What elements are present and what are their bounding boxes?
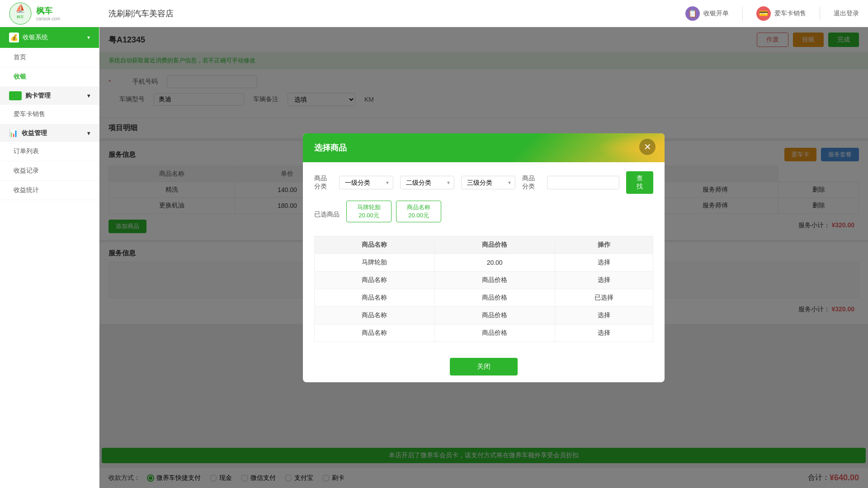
product-search-input[interactable] — [547, 176, 619, 189]
profit-section-icon: 📊 — [9, 129, 18, 137]
col-product-name: 商品名称 — [315, 236, 435, 253]
table-row: 商品名称 商品价格 选择 — [315, 271, 653, 289]
modal-close-button[interactable]: ✕ — [639, 139, 656, 155]
cashier-section-icon: 💰 — [9, 33, 19, 42]
sidebar-item-love-card[interactable]: 爱车卡销售 — [0, 105, 99, 124]
col-product-action: 操作 — [555, 236, 653, 253]
selected-items-list: 马牌轮胎 20.00元 商品名称 20.00元 — [346, 201, 441, 222]
table-row: 商品名称 商品价格 已选择 — [315, 289, 653, 306]
level2-select-wrapper: 二级分类 — [400, 176, 454, 189]
love-card-sale-nav[interactable]: 💳 爱车卡销售 — [756, 6, 806, 21]
product-price: 商品价格 — [434, 271, 555, 289]
modal-title: 选择商品 — [314, 142, 347, 153]
card-section-icon — [9, 91, 22, 100]
product-table-header: 商品名称 商品价格 操作 — [315, 236, 653, 253]
main-content: 粤A12345 作废 挂账 完成 系统自动获取最近消费的客户信息，若不正确可手动… — [99, 27, 868, 488]
close-modal-button[interactable]: 关闭 — [450, 358, 518, 375]
nav-divider — [742, 7, 743, 20]
main-layout: 💰 收银系统 ▾ 首页 收银 购卡管理 ▾ 爱车卡销售 📊 收益管理 ▾ 订单列… — [0, 27, 868, 488]
product-name: 商品名称 — [315, 289, 435, 306]
logo-sub: carisok.com — [36, 16, 60, 21]
product-action[interactable]: 选择 — [555, 253, 653, 271]
sidebar-cashier-label: 收银系统 — [23, 33, 48, 42]
product-name: 商品名称 — [315, 324, 435, 342]
product-price: 商品价格 — [434, 324, 555, 342]
product-action-selected: 已选择 — [555, 289, 653, 306]
sidebar-item-cashier[interactable]: 收银 — [0, 67, 99, 87]
cashier-open-nav[interactable]: 📋 收银开单 — [685, 6, 729, 21]
shop-name: 洗刷刷汽车美容店 — [108, 8, 685, 19]
logo-text: 枫车 — [36, 5, 60, 16]
product-table: 商品名称 商品价格 操作 马牌轮胎 20.00 选择 — [314, 236, 653, 342]
cashier-icon: 📋 — [685, 6, 700, 21]
top-header: ⛵ 枫车 枫车 carisok.com 洗刷刷汽车美容店 📋 收银开单 💳 爱车… — [0, 0, 868, 27]
modal-overlay: 选择商品 ✕ 商品分类 一级分类 — [99, 27, 868, 488]
level2-select[interactable]: 二级分类 — [400, 176, 454, 189]
selected-tag-price-1: 20.00元 — [402, 211, 435, 220]
selected-tag-name-1: 商品名称 — [402, 203, 435, 211]
sidebar-card-label: 购卡管理 — [25, 92, 51, 100]
svg-text:枫车: 枫车 — [17, 15, 24, 19]
card-chevron-icon: ▾ — [87, 93, 90, 99]
level3-select[interactable]: 三级分类 — [461, 176, 515, 189]
modal-footer: 关闭 — [303, 351, 665, 382]
selected-tag-price-0: 20.00元 — [352, 211, 386, 220]
sidebar-item-home[interactable]: 首页 — [0, 48, 99, 67]
table-row: 商品名称 商品价格 选择 — [315, 306, 653, 324]
header-nav: 📋 收银开单 💳 爱车卡销售 退出登录 — [685, 6, 859, 21]
logout-button[interactable]: 退出登录 — [834, 9, 859, 18]
product-name: 商品名称 — [315, 306, 435, 324]
filter-category-label: 商品分类 — [314, 174, 332, 191]
product-action[interactable]: 选择 — [555, 271, 653, 289]
filter-row: 商品分类 一级分类 二级分类 — [314, 171, 653, 194]
sidebar-item-profit-stats[interactable]: 收益统计 — [0, 181, 99, 200]
product-action[interactable]: 选择 — [555, 306, 653, 324]
modal-body: 商品分类 一级分类 二级分类 — [303, 162, 665, 351]
table-row: 马牌轮胎 20.00 选择 — [315, 253, 653, 271]
logo-icon: ⛵ 枫车 — [9, 2, 32, 25]
col-product-price: 商品价格 — [434, 236, 555, 253]
logo-area: ⛵ 枫车 枫车 carisok.com — [9, 2, 108, 25]
selected-tag-0[interactable]: 马牌轮胎 20.00元 — [346, 201, 392, 222]
level3-select-wrapper: 三级分类 — [461, 176, 515, 189]
svg-text:⛵: ⛵ — [15, 4, 26, 14]
selected-tag-name-0: 马牌轮胎 — [352, 203, 386, 211]
level1-select-wrapper: 一级分类 — [339, 176, 393, 189]
product-name: 商品名称 — [315, 271, 435, 289]
product-price: 20.00 — [434, 253, 555, 271]
product-price: 商品价格 — [434, 306, 555, 324]
modal-header: 选择商品 ✕ — [303, 133, 665, 162]
selected-label: 已选商品 — [314, 211, 340, 219]
sidebar-profit-label: 收益管理 — [22, 129, 47, 137]
profit-chevron-icon: ▾ — [87, 130, 90, 136]
nav-divider-2 — [820, 7, 820, 20]
product-action[interactable]: 选择 — [555, 324, 653, 342]
sidebar-profit-section[interactable]: 📊 收益管理 ▾ — [0, 124, 99, 142]
cashier-chevron-icon: ▾ — [87, 34, 90, 41]
product-select-modal: 选择商品 ✕ 商品分类 一级分类 — [303, 133, 665, 382]
selected-tag-1[interactable]: 商品名称 20.00元 — [396, 201, 441, 222]
love-card-icon: 💳 — [756, 6, 771, 21]
product-price: 商品价格 — [434, 289, 555, 306]
sidebar-item-order-list[interactable]: 订单列表 — [0, 142, 99, 161]
sidebar: 💰 收银系统 ▾ 首页 收银 购卡管理 ▾ 爱车卡销售 📊 收益管理 ▾ 订单列… — [0, 27, 99, 488]
sidebar-card-section[interactable]: 购卡管理 ▾ — [0, 87, 99, 105]
product-name: 马牌轮胎 — [315, 253, 435, 271]
level1-select[interactable]: 一级分类 — [339, 176, 393, 189]
table-row: 商品名称 商品价格 选择 — [315, 324, 653, 342]
search-button[interactable]: 查找 — [626, 171, 653, 194]
product-category-label: 商品分类 — [522, 174, 540, 191]
selected-items-row: 已选商品 马牌轮胎 20.00元 商品名称 20.00元 — [314, 201, 653, 229]
sidebar-cashier-section[interactable]: 💰 收银系统 ▾ — [0, 27, 99, 48]
sidebar-item-profit-record[interactable]: 收益记录 — [0, 161, 99, 181]
